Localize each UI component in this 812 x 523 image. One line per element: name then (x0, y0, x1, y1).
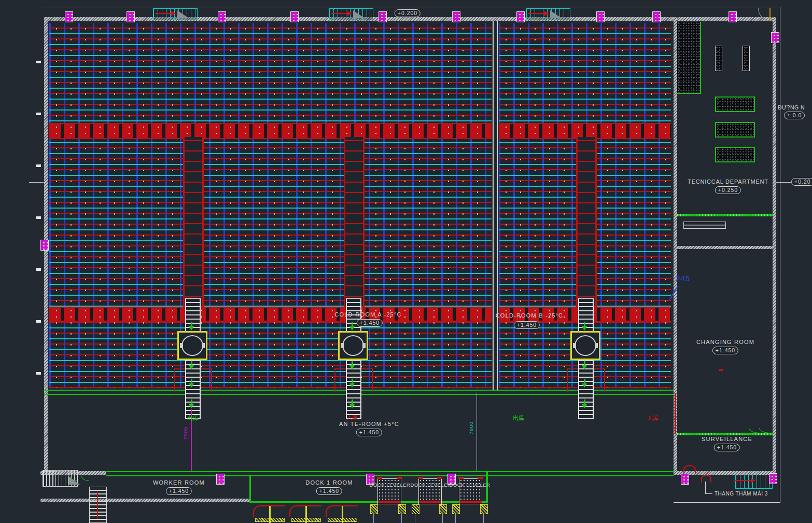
bumper (458, 477, 464, 479)
ref-number-245: 245 (676, 274, 690, 283)
tech-equipment-green-2 (715, 122, 755, 137)
level-tag-cold-b: +1.450 (514, 321, 540, 329)
column-marker (729, 11, 737, 22)
level-tag-changing: +1.450 (712, 347, 738, 354)
room-label-worker: WORKER ROOM (153, 479, 205, 486)
room-label-cold-b: COLD-ROOM B -25°C (496, 312, 564, 319)
column-marker (65, 11, 73, 22)
leader-roof-ladder-v (705, 481, 706, 494)
dock-ramp (255, 518, 285, 522)
dim-text-7900-left: 7900 (183, 426, 188, 439)
door-leaf-worker (68, 476, 80, 485)
turntable-ring (342, 335, 364, 356)
room-label-technical: TECNICCAL DEPARTMENT (688, 178, 768, 185)
room-label-changing: CHANGING ROOM (696, 339, 754, 345)
wall-dock-bottom-green (249, 501, 488, 503)
rack-grid-cold-room-a (49, 23, 492, 388)
outer-line-bottom-right (674, 502, 780, 503)
flow-arrow-down (582, 379, 587, 388)
rack-red-band-upper-a (49, 123, 492, 139)
dim-ticks-left (36, 43, 41, 375)
dock-bumper-post (412, 504, 419, 514)
dock-bumper-post (398, 504, 406, 514)
label-dock-leveler-3: DOCK LEVELER (450, 482, 491, 488)
label-roof-ladder: THANG THĂM MÁI 3 (715, 491, 768, 497)
aisle-3 (576, 137, 597, 307)
bumper (397, 477, 402, 479)
turntable-bar (180, 343, 183, 348)
dock-ramp (328, 518, 357, 522)
aisle-1 (183, 137, 204, 307)
wall-worker-dock-separator (249, 475, 251, 501)
bumper (377, 477, 382, 479)
flow-arrow-down (349, 361, 355, 369)
tech-equipment-small-1 (715, 46, 722, 71)
dock-post-line (373, 513, 374, 523)
dock-bumper-post (480, 504, 488, 514)
dock-bumper-post (370, 504, 378, 514)
tech-dept-hatch-area (677, 22, 701, 94)
tech-equipment-small-2 (743, 46, 750, 71)
flow-arrow-down (582, 400, 587, 408)
dim-text-7900-mid: 7900 (468, 421, 474, 434)
door-leaf-wing-top (769, 8, 771, 21)
flow-arrow-down (189, 400, 194, 408)
turntable-bar (202, 343, 205, 348)
level-tag-top: +0.200 (395, 9, 421, 17)
window-wing (683, 222, 726, 229)
leader-right-level (776, 182, 791, 183)
level-tag-technical: +0.250 (715, 186, 741, 194)
column-marker (771, 32, 779, 43)
wall-worker-bottom (40, 499, 249, 502)
stair-roof-arrow (734, 480, 751, 481)
column-marker (379, 11, 387, 22)
leveler-lip (378, 501, 401, 503)
column-marker (681, 474, 689, 485)
stair-arrow-1 (155, 13, 172, 14)
column-marker (218, 11, 226, 22)
wall-wing-gray-1 (677, 246, 773, 249)
outer-line-top (40, 7, 781, 7)
column-marker (596, 11, 605, 22)
stair-arrow-2 (331, 13, 347, 14)
dock-bumper-post (439, 504, 447, 514)
column-marker (652, 11, 661, 22)
turntable-bar (595, 343, 598, 348)
column-marker (452, 11, 460, 22)
flow-label-inbound-2: 入库 (647, 414, 659, 422)
turntable-3 (570, 331, 600, 360)
rack-red-band-lower-a (49, 307, 492, 322)
turntable-bar (573, 343, 576, 348)
wall-anteroom-bottom-green (106, 471, 674, 476)
floor-plan-canvas: +0.200 COLD-ROOM A -25°C +1.450 COLD-ROO… (0, 0, 812, 523)
turntable-bar (341, 343, 344, 348)
road-label: ĐƯ?NG N (778, 104, 805, 111)
column-marker (290, 11, 299, 22)
dim-line-7900-mid (477, 393, 477, 471)
bumper (418, 477, 423, 479)
door-arc-worker-2 (81, 475, 89, 481)
door-leaf-1 (177, 10, 189, 18)
flow-arrow-down (349, 400, 355, 408)
room-label-dock1: DOCK 1 ROOM (305, 479, 353, 486)
dock-bumper-post (452, 504, 460, 514)
level-tag-road: ± 0.0 (784, 112, 805, 119)
flow-label-outbound-1: 出库 (187, 414, 199, 422)
leveler-lip (459, 501, 482, 503)
leveler-lip (419, 501, 441, 503)
level-tag-dock1: +1.450 (316, 487, 342, 495)
aisle-2 (344, 137, 365, 307)
door-arc-red-1 (683, 465, 696, 474)
turntable-ring (181, 335, 203, 356)
stair-arrow-3 (528, 13, 544, 14)
column-marker (769, 473, 777, 484)
level-tag-surveillance: +1.450 (714, 444, 740, 451)
door-leaf-3 (550, 10, 562, 18)
flow-label-outbound-2: 出库 (513, 414, 525, 422)
flow-arrow-down (349, 379, 355, 388)
flow-arrow-down (189, 379, 194, 388)
label-dock-leveler-1: DOCK LEVELER (370, 482, 411, 488)
turntable-1 (177, 331, 207, 360)
column-marker (40, 240, 49, 251)
wall-wing-green-1 (677, 214, 773, 216)
